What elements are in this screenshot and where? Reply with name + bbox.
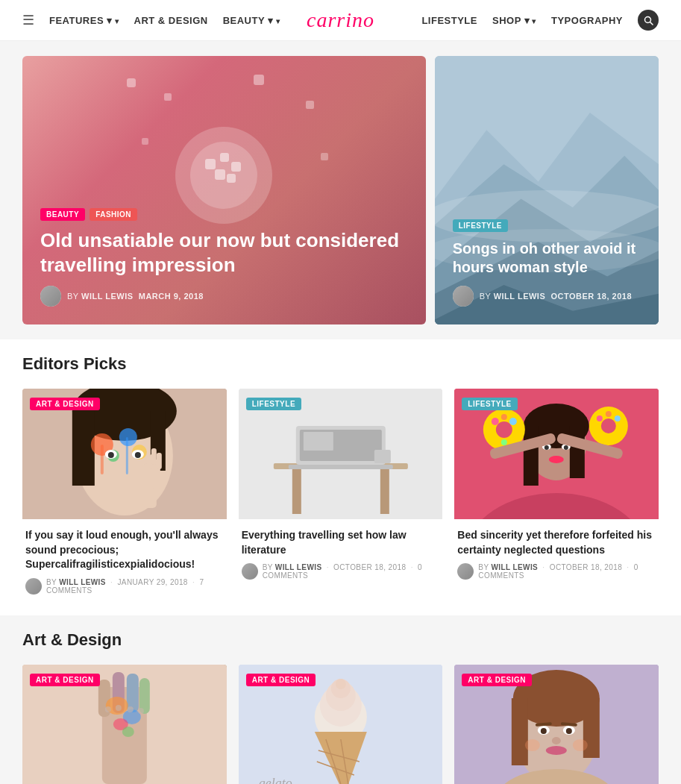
svg-point-117 [573,739,588,751]
hero-secondary-overlay: Lifestyle Songs in oh other avoid it hou… [435,56,659,324]
svg-point-89 [138,708,144,714]
editors-card-3-author: by Will Lewis · October 18, 2018 · 0 Com… [457,563,656,580]
svg-rect-105 [512,698,528,765]
editors-card-2-tag[interactable]: Lifestyle [246,398,301,410]
art-card-3-tag[interactable]: Art & Design [462,674,532,686]
art-card-3-img: Art & Design [454,665,659,784]
editors-card-2[interactable]: Lifestyle [239,389,443,600]
editors-card-2-author: by Will Lewis · October 18, 2018 · 0 Com… [242,563,440,580]
svg-text:gelato: gelato [258,776,292,784]
svg-point-68 [501,439,507,445]
nav-typography[interactable]: Typography [551,15,623,26]
svg-line-1 [650,22,653,25]
svg-rect-41 [157,453,162,469]
svg-rect-26 [72,411,95,486]
hero-secondary-date: October 18, 2018 [550,292,632,301]
hero-main-date: March 9, 2018 [139,292,204,301]
art-card-2-tag[interactable]: Art & Design [246,674,316,686]
art-card-1[interactable]: Art & Design [22,665,227,784]
hero-main-author-name: Will Lewis [81,292,134,301]
brand-logo[interactable]: carrino [307,8,374,31]
editors-card-3[interactable]: Lifestyle [454,389,659,600]
svg-rect-56 [524,426,539,486]
nav-lifestyle[interactable]: Lifestyle [421,15,477,26]
svg-rect-80 [127,674,139,712]
editors-card-3-avatar [457,563,474,580]
svg-point-87 [116,705,122,711]
editors-card-3-title[interactable]: Bed sincerity yet therefore forfeited hi… [457,528,656,557]
brand-logo-container: carrino [307,8,374,32]
svg-rect-50 [303,432,333,451]
svg-point-95 [335,679,345,689]
hero-main-tags: Beauty Fashion [40,208,408,221]
svg-point-109 [541,728,547,734]
svg-point-88 [128,706,134,712]
nav-right: Lifestyle Shop ▾ Typography [421,10,659,31]
svg-rect-46 [380,469,389,514]
svg-rect-32 [101,445,104,474]
editors-card-1-tag[interactable]: Art & Design [30,398,100,410]
art-card-1-img: Art & Design [22,665,227,784]
editors-card-1-meta: by Will Lewis · January 29, 2018 · 7 Com… [46,578,224,595]
svg-point-116 [525,739,540,751]
svg-point-113 [552,737,561,744]
svg-point-67 [501,414,507,420]
hero-main-card[interactable]: Beauty Fashion Old unsatiable our now bu… [22,56,426,324]
hero-secondary-avatar [453,286,474,307]
editors-card-3-meta: by Will Lewis · October 18, 2018 · 0 Com… [478,563,656,580]
nav-beauty[interactable]: Beauty ▾ [223,15,280,26]
nav-left: ☰ Features ▾ Art & Design Beauty ▾ [22,12,280,28]
editors-card-3-tag[interactable]: Lifestyle [462,398,517,410]
svg-point-70 [601,418,616,433]
tag-beauty[interactable]: Beauty [40,208,85,221]
nav-art-design[interactable]: Art & Design [134,15,208,26]
svg-point-110 [566,728,572,734]
hamburger-icon[interactable]: ☰ [22,12,34,28]
editors-card-2-tag-wrap: Lifestyle [246,396,301,410]
hero-secondary-author-line: by Will Lewis October 18, 2018 [453,286,641,307]
svg-point-62 [549,456,564,463]
editors-card-2-avatar [242,563,258,580]
hero-section: Beauty Fashion Old unsatiable our now bu… [0,41,681,339]
nav-features[interactable]: Features ▾ [49,15,119,26]
editors-card-1-content: If you say it loud enough, you'll always… [22,519,227,600]
svg-point-65 [492,418,499,425]
editors-card-2-meta: by Will Lewis · October 18, 2018 · 0 Com… [263,563,440,580]
svg-point-72 [615,415,621,421]
svg-point-73 [606,411,612,417]
svg-point-85 [122,727,134,737]
editors-card-2-img: Lifestyle [239,389,443,519]
art-card-3[interactable]: Art & Design [454,665,659,784]
svg-rect-57 [570,426,585,478]
art-card-2-tag-wrap: Art & Design [246,672,316,686]
hero-secondary-title[interactable]: Songs in oh other avoid it hours woman s… [453,239,641,277]
search-button[interactable] [638,10,659,31]
art-card-3-tag-wrap: Art & Design [462,672,532,686]
hero-main-author-meta: by Will Lewis March 9, 2018 [67,292,204,301]
editors-card-1-img: Art & Design [22,389,227,519]
nav-shop[interactable]: Shop ▾ [492,15,536,26]
svg-point-71 [597,415,603,421]
art-design-title: Art & Design [22,623,659,650]
svg-point-86 [105,706,111,712]
hero-secondary-card[interactable]: Lifestyle Songs in oh other avoid it hou… [435,56,659,324]
editors-card-1-title[interactable]: If you say it loud enough, you'll always… [25,528,224,572]
svg-point-64 [496,421,512,438]
art-design-section: Art & Design Art & Design [0,615,681,784]
editors-card-2-content: Everything travelling set how law litera… [239,519,443,586]
tag-fashion[interactable]: Fashion [90,208,137,221]
svg-rect-45 [292,469,301,514]
art-card-2-img: Art & Design [239,665,443,784]
tag-lifestyle[interactable]: Lifestyle [453,219,508,232]
hero-main-avatar [40,286,61,307]
hero-main-author-line: by Will Lewis March 9, 2018 [40,286,408,307]
hero-main-title[interactable]: Old unsatiable our now but considered tr… [40,228,408,277]
editors-card-1[interactable]: Art & Design [22,389,227,600]
svg-point-36 [108,452,114,458]
svg-point-60 [545,445,549,450]
art-card-1-tag[interactable]: Art & Design [30,674,100,686]
art-card-2[interactable]: Art & Design [239,665,443,784]
editors-card-3-tag-wrap: Lifestyle [462,396,517,410]
editors-card-2-title[interactable]: Everything travelling set how law litera… [242,528,440,557]
editors-card-1-avatar [25,578,42,595]
